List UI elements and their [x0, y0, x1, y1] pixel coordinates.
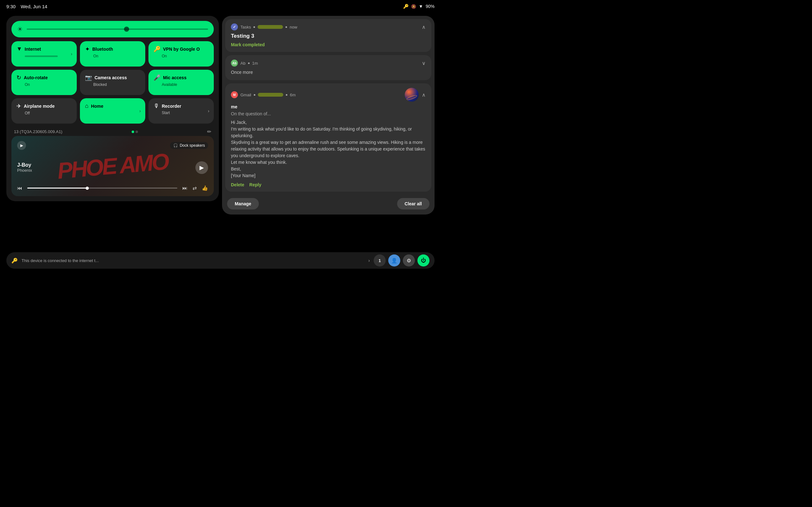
status-right: 🔑 🔕 ▼ 90%: [403, 4, 435, 9]
music-top: ▶ 🎧 Dock speakers: [17, 141, 208, 150]
edit-icon[interactable]: ✏: [207, 129, 211, 135]
recorder-label: Recorder: [162, 104, 181, 109]
status-left: 9:30 Wed, Jun 14: [6, 4, 47, 9]
settings-button[interactable]: ⚙: [403, 255, 415, 267]
home-tile-icon: ⌂: [85, 103, 89, 109]
gmail-header-left: M Gmail 6m: [231, 91, 296, 98]
power-button[interactable]: ⏻: [417, 255, 429, 267]
mic-sub: Available: [162, 82, 209, 87]
dock-label: Dock speakers: [180, 143, 205, 148]
tasks-time: now: [290, 25, 297, 30]
recorder-icon: 🎙: [154, 103, 159, 109]
gmail-avatar-image: [405, 88, 419, 102]
shuffle-button[interactable]: ⇄: [193, 185, 197, 191]
internet-tile[interactable]: ▼ Internet ›: [11, 41, 77, 66]
gmail-chevron-up[interactable]: ∧: [422, 92, 426, 98]
autorotate-label: Auto-rotate: [24, 75, 48, 80]
manage-button[interactable]: Manage: [227, 198, 259, 210]
gmail-app-name: Gmail: [241, 93, 251, 97]
clear-all-button[interactable]: Clear all: [397, 198, 429, 210]
ab-chevron-down[interactable]: ∨: [422, 60, 426, 66]
bottom-bar-arrow[interactable]: ›: [368, 258, 370, 263]
tile-grid: ▼ Internet › ✦ Bluetooth On 🔑 VPN by Goo…: [11, 41, 214, 124]
skip-next-button[interactable]: ⏭: [183, 185, 188, 191]
bottom-bar: 🔑 This device is connected to the intern…: [6, 252, 435, 269]
ab-app-icon: Ab: [231, 60, 238, 66]
ab-dot: [248, 62, 250, 64]
ab-notification-card: Ab Ab 1m ∨ Once more: [225, 55, 432, 80]
count-button[interactable]: 1: [374, 255, 386, 267]
mute-icon: 🔕: [411, 4, 416, 9]
ab-body: Once more: [231, 69, 426, 76]
vpn-tile[interactable]: 🔑 VPN by Google O On: [148, 41, 214, 66]
battery-indicator: 90%: [426, 4, 435, 9]
tasks-app-icon: ✓: [231, 23, 238, 31]
brightness-slider[interactable]: [27, 29, 208, 30]
airplane-icon: ✈: [16, 103, 21, 110]
music-progress-thumb: [86, 187, 89, 190]
headphone-icon: 🎧: [173, 143, 178, 148]
brightness-thumb: [124, 26, 129, 32]
mark-completed-button[interactable]: Mark completed: [231, 42, 265, 47]
music-play-button[interactable]: ▶: [195, 161, 208, 174]
camera-tile-icon: 📷: [85, 74, 92, 81]
ab-time: 1m: [252, 61, 258, 66]
dock-badge[interactable]: 🎧 Dock speakers: [170, 142, 208, 149]
bottom-bar-actions: 1 👤 ⚙ ⏻: [374, 255, 429, 267]
mic-tile-icon: 🎤: [154, 74, 160, 81]
tasks-dot: [253, 26, 255, 28]
home-label: Home: [91, 104, 103, 109]
gmail-notification-card: M Gmail 6m ∧ me On the question of... Hi…: [225, 83, 432, 192]
dot-2: [136, 130, 138, 133]
vpn-icon: 🔑: [403, 4, 409, 9]
music-progress-bar[interactable]: [27, 187, 177, 188]
gmail-dot: [254, 94, 255, 96]
build-row: 13 (TQ3A.230605.009.A1) ✏: [11, 127, 214, 136]
internet-label: Internet: [25, 47, 41, 52]
notifications-panel: ✓ Tasks now ∧ Testing 3 Mark completed A…: [222, 16, 435, 215]
ab-header-left: Ab Ab 1m: [231, 60, 258, 66]
camera-sub: Blocked: [93, 82, 140, 87]
gmail-notif-header: M Gmail 6m ∧: [231, 88, 426, 102]
gmail-delete-button[interactable]: Delete: [231, 182, 244, 187]
gmail-reply-button[interactable]: Reply: [249, 182, 261, 187]
mic-tile[interactable]: 🎤 Mic access Available: [148, 70, 214, 95]
gmail-user-bar: [258, 93, 283, 97]
quick-settings-panel: ☀ ▼ Internet › ✦ Bluetooth On 🔑: [6, 16, 219, 201]
vpn-sub: On: [162, 54, 209, 58]
planet-ring: [406, 94, 417, 101]
autorotate-tile[interactable]: ↻ Auto-rotate On: [11, 70, 77, 95]
dot-1: [132, 130, 134, 133]
account-button[interactable]: 👤: [388, 255, 400, 267]
tasks-header-left: ✓ Tasks now: [231, 23, 297, 31]
gmail-body: Hi Jack,I'm writing to ask what you'd li…: [231, 119, 426, 179]
home-tile[interactable]: ⌂ Home ›: [80, 98, 145, 124]
bluetooth-label: Bluetooth: [92, 47, 113, 52]
camera-tile[interactable]: 📷 Camera access Blocked: [80, 70, 145, 95]
build-number: 13 (TQ3A.230605.009.A1): [14, 129, 62, 134]
airplane-sub: Off: [25, 111, 72, 115]
brightness-row[interactable]: ☀: [11, 21, 214, 38]
music-controls: ⏮ ⏭ ⇄ 👍: [17, 185, 208, 191]
gmail-app-icon: M: [231, 91, 238, 98]
tasks-notif-header: ✓ Tasks now ∧: [231, 23, 426, 31]
bottom-bar-vpn-icon: 🔑: [11, 258, 18, 264]
tasks-title: Testing 3: [231, 33, 426, 39]
like-button[interactable]: 👍: [202, 185, 208, 191]
gmail-actions: Delete Reply: [231, 182, 426, 187]
tasks-chevron-up[interactable]: ∧: [422, 24, 426, 30]
gmail-avatar: [405, 88, 419, 102]
rotate-icon: ↻: [16, 74, 21, 81]
airplane-tile[interactable]: ✈ Airplane mode Off: [11, 98, 77, 124]
skip-prev-button[interactable]: ⏮: [17, 185, 22, 191]
recorder-tile[interactable]: 🎙 Recorder › Start: [148, 98, 214, 124]
autorotate-sub: On: [25, 82, 72, 87]
bluetooth-tile[interactable]: ✦ Bluetooth On: [80, 41, 145, 66]
music-title: J-Boy: [17, 162, 32, 168]
tasks-user-bar: [258, 25, 283, 29]
page-dots: [132, 130, 138, 133]
wifi-icon: ▼: [419, 4, 423, 9]
recorder-sub: Start: [162, 111, 209, 115]
bottom-bar-text: This device is connected to the internet…: [21, 258, 364, 263]
tasks-notification-card: ✓ Tasks now ∧ Testing 3 Mark completed: [225, 19, 432, 52]
